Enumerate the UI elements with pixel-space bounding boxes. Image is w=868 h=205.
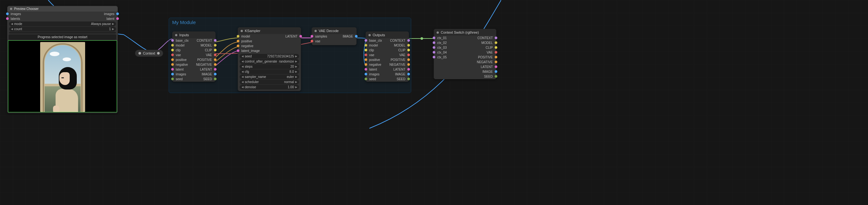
widget-cfg[interactable]: ◀cfg8.0▶ xyxy=(240,69,299,74)
slot-model[interactable]: modelMODEL xyxy=(173,43,215,48)
slot-base_ctx[interactable]: base_ctxCONTEXT xyxy=(173,38,215,43)
slot-latents-in[interactable]: latentslatent xyxy=(7,16,118,21)
slot-seed[interactable]: seedSEED xyxy=(173,77,215,81)
ctx-row-2[interactable]: ctx_03CLIP xyxy=(434,45,496,50)
slot-clip[interactable]: clipCLIP xyxy=(173,48,215,53)
preview-image[interactable] xyxy=(8,40,117,112)
inputs-node[interactable]: Inputs base_ctxCONTEXTmodelMODELclipCLIP… xyxy=(172,31,216,82)
mode-widget[interactable]: ◀modeAlways pause▶ xyxy=(9,22,116,26)
node-title[interactable]: Context Switch (rgthree) xyxy=(434,29,496,36)
chevron-left-icon[interactable]: ◀ xyxy=(242,65,244,68)
slot-positive[interactable]: positivePOSITIVE xyxy=(366,58,409,62)
chevron-left-icon[interactable]: ◀ xyxy=(11,28,13,31)
context-in-dot[interactable] xyxy=(138,52,141,55)
chevron-left-icon[interactable]: ◀ xyxy=(11,23,13,25)
slot-vae[interactable]: vaeVAE xyxy=(173,53,215,58)
context-node[interactable]: Context xyxy=(135,50,163,57)
chevron-right-icon[interactable]: ▶ xyxy=(295,60,297,63)
chevron-left-icon[interactable]: ◀ xyxy=(242,75,244,78)
slot-positive[interactable]: positivePOSITIVE xyxy=(173,58,215,62)
slot-latent[interactable]: latentLATENT xyxy=(366,67,409,72)
slot-vae[interactable]: vae xyxy=(312,39,356,44)
chevron-right-icon[interactable]: ▶ xyxy=(295,55,297,58)
chevron-left-icon[interactable]: ◀ xyxy=(242,55,244,58)
chevron-right-icon[interactable]: ▶ xyxy=(295,75,297,78)
spacer-widget xyxy=(9,32,116,34)
chevron-right-icon[interactable]: ▶ xyxy=(295,86,297,89)
group-title[interactable]: My Module xyxy=(169,18,411,27)
node-title[interactable]: Outputs xyxy=(366,32,409,38)
slot-model[interactable]: modelMODEL xyxy=(366,43,409,48)
chevron-right-icon[interactable]: ▶ xyxy=(112,23,114,25)
ctx-row-4[interactable]: ctx_05POSITIVE xyxy=(434,55,496,60)
node-title[interactable]: VAE Decode xyxy=(312,28,356,34)
ctx-row-1[interactable]: ctx_02MODEL xyxy=(434,40,496,45)
slot-latent_image[interactable]: latent_image xyxy=(238,48,301,53)
slot-latent[interactable]: latentLATENT xyxy=(173,67,215,72)
context-out-dot[interactable] xyxy=(157,52,160,55)
slot-images[interactable]: imagesIMAGE xyxy=(173,72,215,77)
widget-scheduler[interactable]: ◀schedulernormal▶ xyxy=(240,79,299,84)
chevron-left-icon[interactable]: ◀ xyxy=(242,80,244,83)
chevron-right-icon[interactable]: ▶ xyxy=(295,80,297,83)
slot-vae[interactable]: vaeVAE xyxy=(366,53,409,58)
ctx-row-5[interactable]: NEGATIVE xyxy=(434,60,496,65)
widget-denoise[interactable]: ◀denoise1.00▶ xyxy=(240,85,299,90)
slot-positive[interactable]: positive xyxy=(238,39,301,44)
context-label: Context xyxy=(143,51,155,55)
slot-negative[interactable]: negative xyxy=(238,44,301,48)
progress-selected-button[interactable]: Progress selected image as restart xyxy=(9,34,116,40)
node-title[interactable]: Preview Chooser xyxy=(7,6,118,11)
slot-seed[interactable]: seedSEED xyxy=(366,77,409,81)
widget-seed[interactable]: ◀seed729271921634125▶ xyxy=(240,54,299,59)
slot-images-in[interactable]: imagesimages xyxy=(7,11,118,16)
slot-clip[interactable]: clipCLIP xyxy=(366,48,409,53)
preview-chooser-node[interactable]: Preview Chooser imagesimages latentslate… xyxy=(7,6,118,113)
outputs-node[interactable]: Outputs base_ctxCONTEXTmodelMODELclipCLI… xyxy=(366,31,409,82)
chevron-left-icon[interactable]: ◀ xyxy=(242,86,244,89)
widget-steps[interactable]: ◀steps20▶ xyxy=(240,64,299,69)
chevron-left-icon[interactable]: ◀ xyxy=(242,60,244,63)
chevron-right-icon[interactable]: ▶ xyxy=(295,65,297,68)
ctx-row-0[interactable]: ctx_01CONTEXT xyxy=(434,36,496,40)
ctx-row-7[interactable]: IMAGE xyxy=(434,69,496,74)
widget-sampler_name[interactable]: ◀sampler_nameeuler▶ xyxy=(240,74,299,79)
vae-decode-node[interactable]: VAE Decode IMAGE samplesvae xyxy=(312,27,356,45)
slot-samples[interactable]: samples xyxy=(312,34,356,39)
slot-negative[interactable]: negativeNEGATIVE xyxy=(173,62,215,67)
slot-model[interactable]: model xyxy=(238,34,301,39)
context-switch-node[interactable]: Context Switch (rgthree) ctx_01CONTEXTct… xyxy=(434,29,496,79)
ctx-row-8[interactable]: SEED xyxy=(434,74,496,79)
chevron-right-icon[interactable]: ▶ xyxy=(112,28,114,31)
ksampler-node[interactable]: KSampler LATENT modelpositivenegativelat… xyxy=(238,27,301,91)
slot-base_ctx[interactable]: base_ctxCONTEXT xyxy=(366,38,409,43)
slot-images[interactable]: imagesIMAGE xyxy=(366,72,409,77)
ctx-row-6[interactable]: LATENT xyxy=(434,65,496,69)
node-title[interactable]: Inputs xyxy=(173,32,215,38)
chevron-right-icon[interactable]: ▶ xyxy=(295,70,297,73)
ctx-row-3[interactable]: ctx_04VAE xyxy=(434,50,496,55)
slot-negative[interactable]: negativeNEGATIVE xyxy=(366,62,409,67)
count-widget[interactable]: ◀count1▶ xyxy=(9,27,116,31)
node-title[interactable]: KSampler xyxy=(238,28,301,34)
generated-image xyxy=(40,42,85,112)
widget-control_after_generate[interactable]: ◀control_after_generaterandomize▶ xyxy=(240,59,299,64)
chevron-left-icon[interactable]: ◀ xyxy=(242,70,244,73)
svg-point-0 xyxy=(421,37,423,40)
